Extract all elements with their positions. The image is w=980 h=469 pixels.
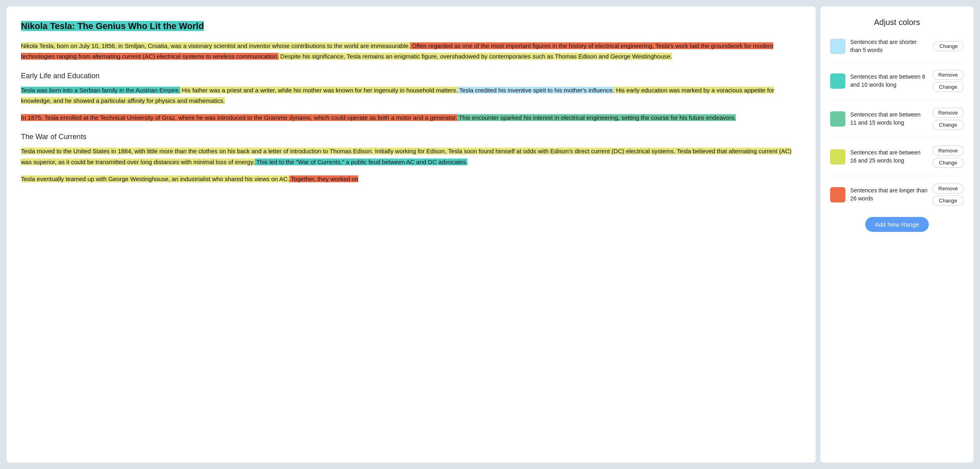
btn-group-2: Remove Change [932, 70, 964, 92]
range-row-2: Sentences that are between 6 and 10 word… [830, 70, 964, 92]
btn-group-5: Remove Change [932, 183, 964, 206]
main-panel: Nikola Tesla: The Genius Who Lit the Wor… [6, 6, 816, 463]
color-swatch-5[interactable] [830, 187, 845, 202]
range-row-3: Sentences that are between 11 and 15 wor… [830, 108, 964, 130]
war-paragraph-2: Tesla eventually teamed up with George W… [21, 174, 801, 184]
sentence: This led to the "War of Currents," a pub… [255, 158, 467, 165]
color-swatch-4[interactable] [830, 149, 845, 165]
change-button-1[interactable]: Change [933, 41, 964, 51]
sentence: Nikola Tesla, born on July 10, 1856, in … [21, 42, 410, 49]
range-label-1: Sentences that are shorter than 5 words [850, 38, 928, 54]
btn-group-3: Remove Change [932, 108, 964, 130]
sentence: In 1875, Tesla enrolled at the Technical… [21, 114, 457, 121]
early-life-paragraph-2: In 1875, Tesla enrolled at the Technical… [21, 113, 801, 123]
btn-group-1: Change [933, 41, 964, 51]
sentence: This encounter sparked his interest in e… [457, 114, 736, 121]
sentence: Tesla moved to the United States in 1884… [21, 148, 373, 154]
sentence: His father was a priest and a writer, wh… [180, 87, 458, 94]
remove-button-4[interactable]: Remove [932, 146, 964, 156]
range-row-1: Sentences that are shorter than 5 words … [830, 38, 964, 54]
panel-title: Adjust colors [830, 18, 964, 27]
range-row-4: Sentences that are between 16 and 25 wor… [830, 146, 964, 168]
remove-button-2[interactable]: Remove [932, 70, 964, 80]
sentence: Despite his significance, Tesla remains … [278, 53, 672, 60]
color-swatch-2[interactable] [830, 73, 845, 89]
intro-paragraph: Nikola Tesla, born on July 10, 1856, in … [21, 41, 801, 62]
sentence: Together, they worked on [289, 175, 359, 182]
divider [830, 176, 964, 176]
change-button-5[interactable]: Change [932, 196, 964, 206]
divider [830, 62, 964, 63]
sentence: Tesla was born into a Serbian family in … [21, 87, 180, 94]
right-panel: Adjust colors Sentences that are shorter… [820, 6, 974, 463]
change-button-2[interactable]: Change [932, 82, 964, 92]
early-life-paragraph-1: Tesla was born into a Serbian family in … [21, 85, 801, 106]
document-title: Nikola Tesla: The Genius Who Lit the Wor… [21, 21, 204, 31]
range-label-2: Sentences that are between 6 and 10 word… [850, 73, 928, 89]
section-heading-early-life: Early Life and Education [21, 72, 801, 80]
remove-button-5[interactable]: Remove [932, 183, 964, 194]
remove-button-3[interactable]: Remove [932, 108, 964, 118]
btn-group-4: Remove Change [932, 146, 964, 168]
war-paragraph-1: Tesla moved to the United States in 1884… [21, 146, 801, 167]
range-row-5: Sentences that are longer than 26 words … [830, 183, 964, 206]
color-swatch-1[interactable] [830, 39, 845, 54]
range-label-4: Sentences that are between 16 and 25 wor… [850, 149, 928, 165]
divider [830, 138, 964, 138]
add-new-range-button[interactable]: Add New Range [865, 217, 928, 232]
section-heading-war-of-currents: The War of Currents [21, 133, 801, 141]
change-button-3[interactable]: Change [932, 120, 964, 130]
divider [830, 100, 964, 100]
sentence: Tesla eventually teamed up with George W… [21, 175, 289, 182]
sentence: Tesla credited his inventive spirit to h… [458, 87, 615, 94]
range-label-3: Sentences that are between 11 and 15 wor… [850, 111, 928, 127]
color-swatch-3[interactable] [830, 111, 845, 127]
sentence: Initially working for Edison, Tesla soon… [373, 148, 675, 154]
change-button-4[interactable]: Change [932, 158, 964, 168]
range-label-5: Sentences that are longer than 26 words [850, 187, 928, 202]
